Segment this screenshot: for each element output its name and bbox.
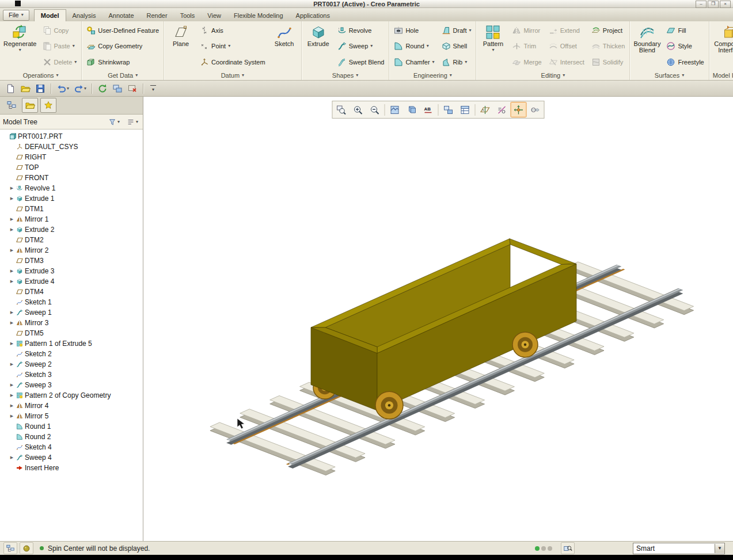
tree-item-mirror-4[interactable]: ▶Mirror 4 — [0, 401, 143, 411]
tab-render[interactable]: Render — [140, 10, 174, 21]
tree-item-front[interactable]: FRONT — [0, 173, 143, 183]
tree-item-extrude-2[interactable]: ▶Extrude 2 — [0, 224, 143, 235]
tree-item-right[interactable]: RIGHT — [0, 152, 143, 162]
gfx-annotation-display-button[interactable]: AB — [420, 102, 436, 117]
tree-item-sketch-1[interactable]: Sketch 1 — [0, 297, 143, 307]
gfx-spin-center-button[interactable] — [511, 102, 527, 117]
gfx-saved-orientations-button[interactable] — [440, 102, 457, 117]
ribbon-button-plane[interactable]: Plane — [166, 22, 196, 70]
ribbon-group-menu-get-data[interactable]: Get Data▾ — [82, 70, 164, 80]
ribbon-group-menu-surfaces[interactable]: Surfaces▾ — [630, 70, 708, 80]
expander-icon[interactable]: ▶ — [9, 217, 14, 222]
tree-item-prt0017-prt[interactable]: PRT0017.PRT — [0, 131, 143, 142]
expander-icon[interactable]: ▶ — [9, 269, 14, 273]
qat-save[interactable] — [33, 82, 47, 96]
expander-icon[interactable]: ▶ — [9, 186, 14, 191]
gfx-datum-display-button[interactable] — [477, 102, 493, 117]
expander-icon[interactable]: ▶ — [9, 362, 14, 367]
ribbon-button-project[interactable]: Project — [588, 23, 628, 38]
tree-item-sketch-3[interactable]: Sketch 3 — [0, 369, 143, 380]
gfx-repaint-button[interactable] — [387, 102, 403, 117]
ribbon-button-coordinate-system[interactable]: Coordinate System — [197, 55, 268, 70]
chevron-down-icon[interactable]: ▼ — [715, 544, 724, 553]
tree-item-extrude-1[interactable]: ▶Extrude 1 — [0, 193, 143, 204]
show-folder-browser-button[interactable] — [22, 98, 38, 113]
close-button[interactable]: × — [720, 1, 731, 8]
tree-item-mirror-5[interactable]: ▶Mirror 5 — [0, 411, 143, 421]
minimize-button[interactable]: – — [696, 1, 707, 8]
ribbon-button-component-interface[interactable]: Component Interface — [711, 22, 733, 70]
ribbon-button-freestyle[interactable]: Freestyle — [663, 55, 707, 70]
expander-icon[interactable]: ▶ — [9, 248, 14, 253]
ribbon-button-pattern[interactable]: Pattern▾ — [478, 22, 508, 70]
tree-item-dtm2[interactable]: DTM2 — [0, 235, 143, 245]
qat-open-file[interactable] — [18, 82, 32, 96]
tree-item-default-csys[interactable]: DEFAULT_CSYS — [0, 142, 143, 152]
expander-icon[interactable]: ▶ — [9, 455, 14, 460]
tree-item-insert-here[interactable]: Insert Here — [0, 463, 143, 473]
tab-tools[interactable]: Tools — [174, 10, 202, 21]
tree-item-round-2[interactable]: Round 2 — [0, 432, 143, 442]
expander-icon[interactable]: ▶ — [9, 341, 14, 346]
ribbon-group-menu-operations[interactable]: Operations▾ — [0, 70, 81, 80]
tree-item-mirror-2[interactable]: ▶Mirror 2 — [0, 245, 143, 256]
tree-item-sweep-2[interactable]: ▶Sweep 2 — [0, 359, 143, 369]
ribbon-group-menu-model-intent[interactable]: Model Intent▾ — [709, 70, 733, 80]
ribbon-group-menu-shapes[interactable]: Shapes▾ — [302, 70, 389, 80]
ribbon-button-rib[interactable]: Rib▾ — [439, 55, 474, 70]
ribbon-button-extrude[interactable]: Extrude — [303, 22, 333, 70]
expander-icon[interactable]: ▶ — [9, 279, 14, 284]
tree-item-mirror-3[interactable]: ▶Mirror 3 — [0, 318, 143, 328]
3d-viewport[interactable] — [143, 97, 733, 541]
tree-item-extrude-4[interactable]: ▶Extrude 4 — [0, 276, 143, 287]
tree-item-sketch-4[interactable]: Sketch 4 — [0, 442, 143, 452]
expander-icon[interactable]: ▶ — [9, 414, 14, 418]
tab-applications[interactable]: Applications — [290, 10, 336, 21]
ribbon-button-boundary-blend[interactable]: Boundary Blend — [632, 22, 662, 70]
ribbon-button-hole[interactable]: Hole — [391, 23, 437, 38]
ribbon-button-revolve[interactable]: Revolve — [335, 23, 388, 38]
ribbon-button-swept-blend[interactable]: Swept Blend — [335, 55, 388, 70]
ribbon-button-regenerate[interactable]: Regenerate▾ — [2, 22, 39, 70]
tree-item-sweep-3[interactable]: ▶Sweep 3 — [0, 380, 143, 390]
ribbon-button-axis[interactable]: Axis — [197, 23, 268, 38]
selection-filter-dropdown[interactable]: Smart ▼ — [633, 543, 725, 554]
tree-item-mirror-1[interactable]: ▶Mirror 1 — [0, 214, 143, 224]
ribbon-group-menu-datum[interactable]: Datum▾ — [164, 70, 301, 80]
gfx-zoom-in-button[interactable] — [350, 102, 366, 117]
toolbar-options-button[interactable]: ▾ — [150, 85, 156, 92]
ribbon-button-draft[interactable]: Draft▾ — [439, 23, 474, 38]
tree-item-round-1[interactable]: Round 1 — [0, 421, 143, 432]
ribbon-button-style[interactable]: Style — [663, 39, 707, 54]
tree-item-dtm1[interactable]: DTM1 — [0, 204, 143, 214]
qat-close-window[interactable] — [126, 82, 139, 96]
restore-button[interactable]: ❐ — [708, 1, 719, 8]
tree-filters-button[interactable]: ▾ — [107, 117, 121, 127]
qat-regenerate[interactable] — [96, 82, 109, 96]
browser-toggle-button[interactable] — [20, 542, 33, 554]
qat-undo[interactable]: ▾ — [55, 82, 71, 96]
tab-view[interactable]: View — [201, 10, 227, 21]
expander-icon[interactable]: ▶ — [9, 196, 14, 201]
find-in-model-button[interactable] — [561, 542, 575, 554]
ribbon-button-shell[interactable]: Shell — [439, 39, 474, 54]
tab-annotate[interactable]: Annotate — [102, 10, 140, 21]
tree-item-pattern-2-of-copy-geometry[interactable]: ▶Pattern 2 of Copy Geometry — [0, 390, 143, 401]
qat-redo[interactable]: ▾ — [72, 82, 88, 96]
tree-item-dtm3[interactable]: DTM3 — [0, 256, 143, 266]
ribbon-button-user-defined-feature[interactable]: User-Defined Feature — [83, 23, 162, 38]
expander-icon[interactable]: ▶ — [9, 310, 14, 315]
expander-icon[interactable]: ▶ — [9, 403, 14, 408]
tree-item-sweep-4[interactable]: ▶Sweep 4 — [0, 452, 143, 463]
model-tree-toggle-button[interactable] — [3, 542, 17, 554]
expander-icon[interactable]: ▶ — [9, 227, 14, 232]
ribbon-button-point[interactable]: Point▾ — [197, 39, 268, 54]
gfx-view-manager-button[interactable] — [457, 102, 473, 117]
ribbon-button-sweep[interactable]: Sweep▾ — [335, 39, 388, 54]
tree-item-sketch-2[interactable]: Sketch 2 — [0, 349, 143, 359]
show-favorites-button[interactable] — [40, 98, 56, 113]
gfx-perspective-button[interactable] — [527, 102, 544, 117]
expander-icon[interactable]: ▶ — [9, 383, 14, 387]
show-model-tree-button[interactable] — [3, 98, 20, 113]
file-menu-button[interactable]: File▾ — [3, 10, 29, 21]
